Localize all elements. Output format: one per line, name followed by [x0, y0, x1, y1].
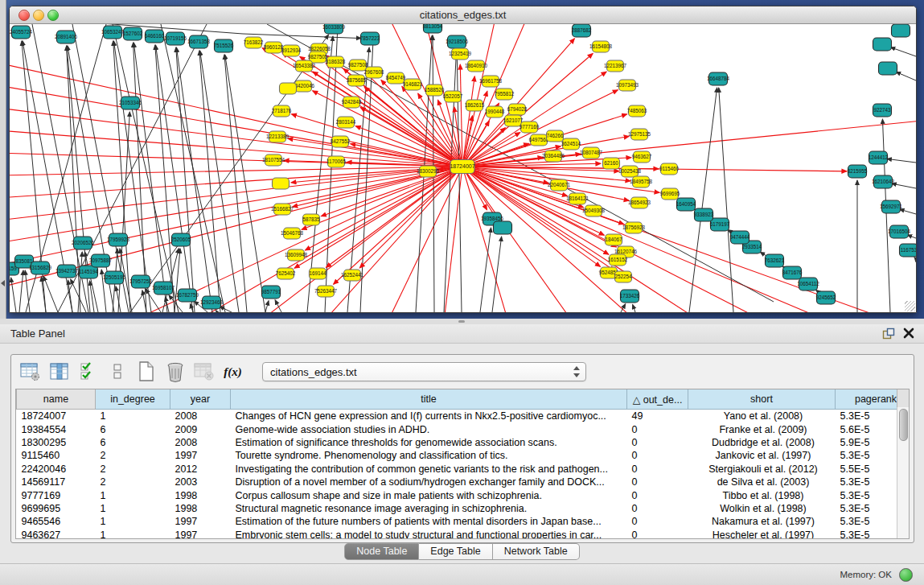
- panel-splitter[interactable]: [0, 319, 924, 324]
- graph-node-label: 16782759: [176, 292, 199, 298]
- graph-node-label: 9699695: [660, 191, 680, 196]
- table-browser: f(x) citations_edges.txt namein_degreeye…: [10, 354, 914, 543]
- column-header-title[interactable]: title: [231, 389, 627, 410]
- tab-network-table[interactable]: Network Table: [493, 543, 580, 560]
- show-columns-button[interactable]: [48, 361, 70, 383]
- graph-node-label: 184067: [605, 237, 622, 242]
- trash-icon: [166, 361, 185, 382]
- graph-node-label: 16033809: [322, 24, 346, 30]
- table-row[interactable]: 1830029562008Estimation of significance …: [17, 436, 910, 449]
- table-row[interactable]: 969969511998Structural magnetic resonanc…: [17, 502, 910, 515]
- graph-node-label: 16120746: [614, 249, 638, 254]
- vertical-scrollbar[interactable]: [897, 407, 909, 538]
- graph-node-label: 13942737: [55, 268, 79, 274]
- table-row[interactable]: 977716911998Corpus callosum shape and si…: [17, 488, 910, 501]
- close-traffic-light[interactable]: [18, 10, 30, 21]
- window-resize-grip-icon[interactable]: [905, 301, 915, 311]
- graph-node-teal[interactable]: [873, 38, 892, 51]
- cell: 2003: [170, 476, 231, 488]
- control-panel-collapsed-strip[interactable]: [0, 0, 6, 319]
- graph-node-label: 2967608: [364, 69, 384, 75]
- table-row[interactable]: 946362711997Embryonic stem cells: a mode…: [17, 529, 910, 539]
- graph-node-label: 9115460: [659, 166, 680, 171]
- collapse-arrow-icon: [1, 280, 5, 286]
- cell: 1: [96, 529, 170, 539]
- cell: 1: [96, 410, 170, 423]
- graph-node-teal[interactable]: [892, 24, 910, 37]
- graph-node-teal[interactable]: [879, 62, 897, 75]
- cell: 9465546: [17, 515, 96, 528]
- graph-node-label: 18654923: [628, 200, 651, 205]
- cell: Hescheler et al. (1997): [688, 529, 836, 539]
- graph-node-label: 20206526: [72, 240, 95, 245]
- table-row[interactable]: 1872400712008Changes of HCN gene express…: [17, 410, 910, 423]
- table-row[interactable]: 1456911722003Disruption of a novel membe…: [17, 476, 910, 488]
- column-header-in_degree[interactable]: in_degree: [96, 389, 170, 410]
- column-header-out_de[interactable]: △ out_de...: [627, 389, 688, 410]
- table-mode-button[interactable]: [19, 361, 41, 383]
- graph-node-teal[interactable]: [494, 221, 512, 234]
- table-mode-icon: [20, 362, 41, 381]
- delete-column-button[interactable]: [164, 361, 186, 383]
- graph-node-label: 8454749: [386, 75, 406, 80]
- column-header-year[interactable]: year: [170, 389, 231, 410]
- selection-mode-button[interactable]: [77, 361, 99, 383]
- tab-edge-table[interactable]: Edge Table: [419, 543, 492, 560]
- cell: 0: [627, 488, 688, 501]
- minimize-traffic-light[interactable]: [33, 10, 44, 21]
- cell: Jankovic et al. (1997): [688, 449, 836, 462]
- network-window-titlebar[interactable]: citations_edges.txt: [10, 6, 916, 24]
- cell: Investigating the contribution of common…: [231, 463, 627, 476]
- delete-table-icon: [194, 362, 215, 381]
- column-header-name[interactable]: name: [17, 389, 96, 410]
- zoom-traffic-light[interactable]: [47, 10, 59, 21]
- memory-status-led-icon[interactable]: [899, 568, 913, 582]
- cell: Tourette syndrome. Phenomenology and cla…: [231, 449, 627, 462]
- graph-node-label: 20891406: [55, 34, 78, 39]
- table-selector[interactable]: citations_edges.txt: [262, 362, 586, 381]
- cell: 22420046: [17, 463, 96, 476]
- close-panel-icon[interactable]: [903, 328, 914, 339]
- table-row[interactable]: 946554611997Estimation of the future num…: [17, 515, 910, 528]
- cell: Structural magnetic resonance image aver…: [231, 502, 627, 515]
- graph-node-yellow[interactable]: [273, 178, 290, 189]
- table-row[interactable]: 911546021997Tourette syndrome. Phenomeno…: [17, 449, 910, 462]
- graph-node-label: 16671358: [187, 39, 211, 44]
- column-header-short[interactable]: short: [688, 389, 836, 410]
- cell: 2008: [170, 410, 231, 423]
- graph-node-label: 16210643: [872, 179, 895, 184]
- create-column-button[interactable]: [135, 361, 157, 383]
- row-height-button[interactable]: [106, 361, 128, 383]
- tab-node-table[interactable]: Node Table: [344, 543, 419, 560]
- graph-node-label: 12923468: [200, 299, 224, 305]
- table-tabs: Node TableEdge TableNetwork Table: [0, 543, 924, 559]
- cell: 1: [96, 515, 170, 528]
- table-row[interactable]: 2242004622012Investigating the contribut…: [17, 463, 910, 476]
- cell: 14569117: [17, 476, 96, 488]
- table-panel-title: Table Panel: [10, 328, 65, 340]
- scrollbar-thumb[interactable]: [899, 409, 908, 441]
- delete-table-button[interactable]: [193, 361, 215, 383]
- cell: 0: [627, 436, 688, 449]
- graph-node-label: 9827508: [348, 62, 368, 68]
- cell: 2012: [170, 463, 231, 476]
- cell: 9115460: [17, 449, 96, 462]
- graph-node-label: 10973493: [616, 82, 639, 88]
- graph-node-yellow[interactable]: [280, 83, 297, 94]
- function-builder-button[interactable]: f(x): [222, 361, 244, 383]
- graph-node-label: 10807487: [580, 150, 603, 155]
- graph-node-label: 1170065: [326, 159, 347, 164]
- table-row[interactable]: 1938455462009Genome-wide association stu…: [17, 422, 910, 435]
- cell: 0: [627, 529, 688, 539]
- cell: 0: [627, 502, 688, 515]
- network-canvas[interactable]: 1872400724055724208914061065324715276026…: [10, 24, 916, 312]
- cell: 1: [96, 502, 170, 515]
- graph-node-label: 18107554: [262, 157, 285, 163]
- graph-node-label: 18756928: [622, 225, 646, 230]
- float-panel-icon[interactable]: [882, 328, 895, 340]
- function-builder-icon: f(x): [224, 365, 242, 379]
- cell: 1997: [170, 515, 231, 528]
- graph-node-label: 13609948: [285, 252, 308, 257]
- graph-node-label: 1990448: [485, 109, 505, 114]
- cell: 9699695: [17, 502, 96, 515]
